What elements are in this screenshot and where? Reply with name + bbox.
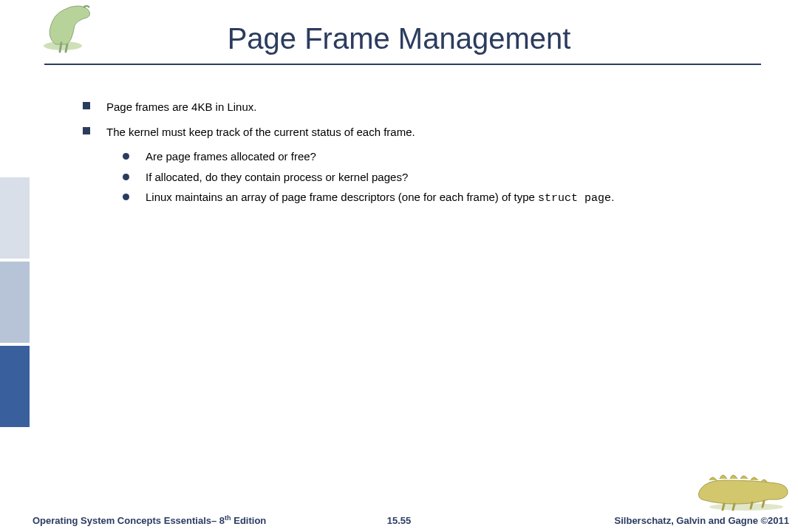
dot-bullet-icon xyxy=(123,194,129,200)
svg-point-1 xyxy=(709,503,783,511)
bullet-2: The kernel must keep track of the curren… xyxy=(83,123,777,142)
subbullet-1-text: Are page frames allocated or free? xyxy=(146,147,316,166)
subbullet-3: Linux maintains an array of page frame d… xyxy=(123,188,777,208)
footer-left-pre: Operating System Concepts Essentials– 8 xyxy=(33,515,225,526)
subbullet-2-text: If allocated, do they contain process or… xyxy=(146,168,408,187)
bullet-2-text: The kernel must keep track of the curren… xyxy=(106,123,415,142)
slide: Page Frame Management Page frames are 4K… xyxy=(0,0,798,532)
subbullet-3-pre: Linux maintains an array of page frame d… xyxy=(146,191,538,203)
footer-left: Operating System Concepts Essentials– 8t… xyxy=(33,514,266,526)
subbullet-3-text: Linux maintains an array of page frame d… xyxy=(146,188,614,208)
sidebar-block-3 xyxy=(0,346,30,427)
subbullet-1: Are page frames allocated or free? xyxy=(123,147,777,166)
subbullet-3-post: . xyxy=(611,191,614,203)
title-underline xyxy=(44,64,761,65)
dot-bullet-icon xyxy=(123,174,129,180)
bullet-1: Page frames are 4KB in Linux. xyxy=(83,98,777,117)
square-bullet-icon xyxy=(83,102,90,109)
slide-title: Page Frame Management xyxy=(0,22,798,55)
footer-left-sup: th xyxy=(225,514,231,522)
subbullet-3-code: struct page xyxy=(538,192,611,205)
subbullet-2: If allocated, do they contain process or… xyxy=(123,168,777,187)
dinosaur-bottom-right-icon xyxy=(695,467,791,511)
sidebar-block-1 xyxy=(0,177,30,259)
footer-left-post: Edition xyxy=(231,515,267,526)
sidebar-block-2 xyxy=(0,262,30,343)
slide-body: Page frames are 4KB in Linux. The kernel… xyxy=(83,98,777,210)
footer-right: Silberschatz, Galvin and Gagne ©2011 xyxy=(615,515,789,526)
square-bullet-icon xyxy=(83,127,90,134)
bullet-1-text: Page frames are 4KB in Linux. xyxy=(106,98,256,117)
dot-bullet-icon xyxy=(123,153,129,160)
